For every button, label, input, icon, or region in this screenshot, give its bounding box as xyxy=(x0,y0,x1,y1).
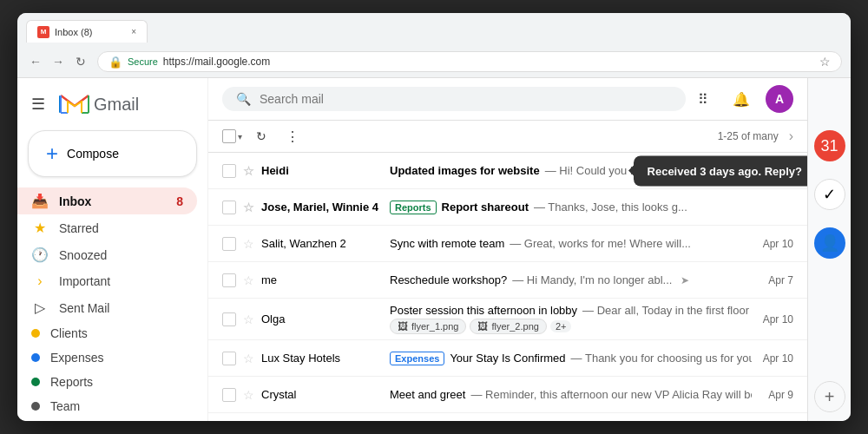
email-row[interactable]: ☆ Heidi Updated images for website — Hi!… xyxy=(208,153,807,189)
email-subject: Report shareout xyxy=(442,201,529,214)
email-list-toolbar: ▾ ↻ ⋮ 1-25 of many › xyxy=(208,121,807,153)
sidebar-nav: 📥Inbox8★Starred🕐Snoozed›Important▷Sent M… xyxy=(17,187,207,421)
compose-button[interactable]: + Compose xyxy=(28,130,197,177)
email-sender: Jose, Mariel, Winnie 4 xyxy=(261,201,383,214)
email-list: ☆ Heidi Updated images for website — Hi!… xyxy=(208,153,807,421)
inbox-count-badge: 8 xyxy=(176,194,183,208)
email-meta: Apr 10 xyxy=(759,313,793,326)
calendar-panel-icon[interactable]: 31 xyxy=(814,130,845,161)
nav-item-label: Important xyxy=(59,274,183,288)
sidebar: ☰ Gmail + Compo xyxy=(17,78,208,421)
more-options-button[interactable]: ⋮ xyxy=(280,124,305,148)
email-sender: Olga xyxy=(261,312,383,326)
tab-title: Inbox (8) xyxy=(55,27,92,37)
sidebar-item-starred[interactable]: ★Starred xyxy=(17,214,197,241)
email-checkbox[interactable] xyxy=(222,201,236,214)
email-sender: Lux Stay Hotels xyxy=(261,352,383,365)
apps-icon[interactable]: ⠿ xyxy=(689,85,717,113)
email-checkbox[interactable] xyxy=(222,312,236,326)
label-dot-icon xyxy=(31,353,40,362)
email-snippet: — Dear all, Today in the first floor lob… xyxy=(582,304,752,317)
forward-button[interactable]: → xyxy=(49,52,68,71)
email-body: Meet and greet — Reminder, this afternoo… xyxy=(390,388,752,401)
star-button[interactable]: ☆ xyxy=(243,201,254,214)
sidebar-item-reports[interactable]: Reports xyxy=(17,370,197,394)
search-box[interactable]: 🔍 xyxy=(222,87,686,111)
star-button[interactable]: ☆ xyxy=(243,312,254,326)
sidebar-item-important[interactable]: ›Important xyxy=(17,268,197,294)
refresh-button[interactable]: ↻ xyxy=(249,124,273,148)
email-meta: Apr 9 xyxy=(759,389,793,401)
email-row[interactable]: ☆ Lux Stay Hotels Expenses Your Stay Is … xyxy=(208,340,807,377)
email-checkbox[interactable] xyxy=(222,273,236,287)
sidebar-item-inbox[interactable]: 📥Inbox8 xyxy=(17,187,197,214)
attachment-count: 2+ xyxy=(550,320,572,332)
email-row[interactable]: ☆ Jose, Mariel, Winnie 4 Reports Report … xyxy=(208,189,807,226)
email-tag-reports: Reports xyxy=(390,201,437,214)
star-button[interactable]: ☆ xyxy=(243,273,254,287)
email-snippet: — Thanks, Jose, this looks g... xyxy=(534,201,687,214)
sidebar-item-travel[interactable]: Travel xyxy=(17,418,197,421)
email-checkbox[interactable] xyxy=(222,237,236,251)
star-button[interactable]: ☆ xyxy=(243,388,254,402)
email-sender: me xyxy=(261,273,383,286)
page-info: 1-25 of many xyxy=(718,130,779,142)
email-row[interactable]: ☆ me Reschedule workshop? — Hi Mandy, I'… xyxy=(208,262,807,299)
nav-buttons: ← → ↻ xyxy=(26,52,90,71)
email-row[interactable]: ☆ Olga Poster session this afternoon in … xyxy=(208,299,807,340)
email-body: Reschedule workshop? — Hi Mandy, I'm no … xyxy=(390,273,752,286)
select-all-area[interactable]: ▾ xyxy=(222,129,242,143)
reload-button[interactable]: ↻ xyxy=(71,52,90,71)
sidebar-item-team[interactable]: Team xyxy=(17,394,197,418)
email-date: Apr 10 xyxy=(759,352,793,365)
email-snippet: — Hi Mandy, I'm no longer abl... xyxy=(512,273,672,286)
tasks-panel-icon[interactable]: ✓ xyxy=(814,179,845,210)
select-dropdown-icon[interactable]: ▾ xyxy=(238,132,242,141)
tab-favicon: M xyxy=(37,26,49,38)
notifications-icon[interactable]: 🔔 xyxy=(727,85,755,113)
sidebar-item-sent-mail[interactable]: ▷Sent Mail xyxy=(17,294,197,321)
back-button[interactable]: ← xyxy=(26,52,45,71)
search-input[interactable] xyxy=(260,92,672,106)
tab-close-btn[interactable]: × xyxy=(131,27,136,36)
attachment-chip: 🖼flyer_2.png xyxy=(470,319,546,334)
email-sender: Heidi xyxy=(261,164,383,177)
email-row[interactable]: ☆ Crystal Meet and greet — Reminder, thi… xyxy=(208,377,807,413)
email-checkbox[interactable] xyxy=(222,164,236,178)
user-avatar[interactable]: A xyxy=(766,85,793,113)
email-body: Reports Report shareout — Thanks, Jose, … xyxy=(390,201,752,214)
address-bar[interactable]: 🔒 Secure https://mail.google.com ☆ xyxy=(97,51,842,72)
browser-tab-gmail[interactable]: M Inbox (8) × xyxy=(26,20,148,43)
star-button[interactable]: ☆ xyxy=(243,237,254,251)
star-button[interactable]: ☆ xyxy=(243,352,254,365)
sidebar-item-clients[interactable]: Clients xyxy=(17,321,197,345)
star-button[interactable]: ☆ xyxy=(243,164,254,178)
attachment-chip: 🖼flyer_1.png xyxy=(390,319,466,334)
add-panel-button[interactable]: + xyxy=(814,381,845,412)
contacts-panel-icon[interactable]: 👤 xyxy=(814,227,845,259)
select-all-checkbox[interactable] xyxy=(222,129,236,143)
email-sender: Salit, Wanzhen 2 xyxy=(261,237,383,250)
next-page-button[interactable]: › xyxy=(789,128,793,144)
nav-item-label: Team xyxy=(50,399,183,413)
email-date: Apr 9 xyxy=(759,389,793,401)
compose-label: Compose xyxy=(67,147,119,161)
email-checkbox[interactable] xyxy=(222,352,236,365)
right-side-panel: 31 ✓ 👤 + xyxy=(807,78,851,421)
email-row[interactable]: ☆ Chi, me, Patrick 6 Clients Getting err… xyxy=(208,413,807,421)
email-snippet: — Thank you for choosing us for your bus… xyxy=(571,352,752,365)
bookmark-icon[interactable]: ☆ xyxy=(819,55,831,69)
sidebar-item-snoozed[interactable]: 🕐Snoozed xyxy=(17,241,197,268)
secure-badge: Secure xyxy=(128,56,158,67)
star-nav-icon: ★ xyxy=(31,220,49,236)
gmail-label: Gmail xyxy=(94,95,139,115)
sidebar-item-expenses[interactable]: Expenses xyxy=(17,345,197,370)
hamburger-menu[interactable]: ☰ xyxy=(31,95,45,114)
email-tag-expenses: Expenses xyxy=(390,352,444,365)
email-subject: Reschedule workshop? xyxy=(390,273,507,286)
email-checkbox[interactable] xyxy=(222,388,236,402)
gmail-logo: Gmail xyxy=(59,92,139,116)
email-row[interactable]: ☆ Salit, Wanzhen 2 Sync with remote team… xyxy=(208,226,807,262)
email-snippet: — Hi! Could you help me xyxy=(545,164,671,177)
mail-toolbar: 🔍 ⠿ 🔔 A xyxy=(208,78,807,121)
